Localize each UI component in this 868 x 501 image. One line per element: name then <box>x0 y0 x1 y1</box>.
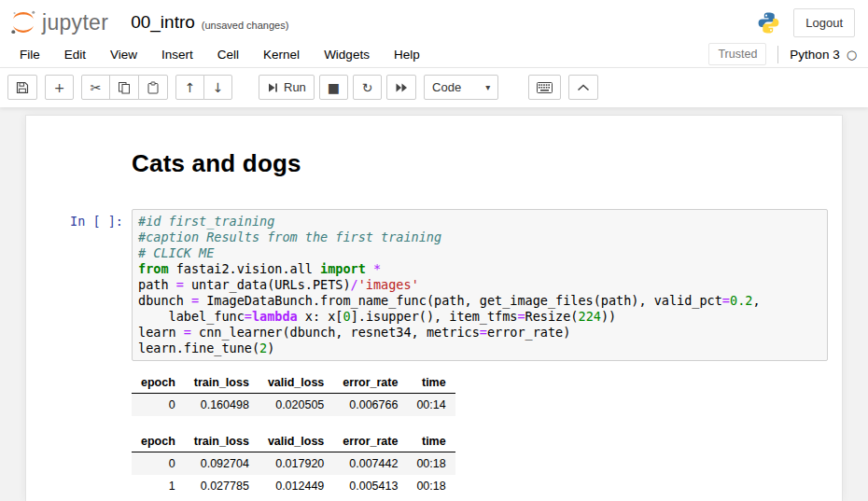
output-table: epochtrain_lossvalid_losserror_ratetime0… <box>132 431 455 497</box>
move-cell-down-button[interactable]: ↓ <box>203 75 232 100</box>
cell-value: 1 <box>132 475 185 497</box>
plus-icon: + <box>54 81 65 94</box>
markdown-heading: Cats and dogs <box>132 149 828 178</box>
col-header: time <box>407 431 455 452</box>
col-header: train_loss <box>185 372 259 394</box>
cell-outputs: epochtrain_lossvalid_losserror_ratetime0… <box>132 361 828 497</box>
col-header: valid_loss <box>259 372 333 394</box>
col-header: error_rate <box>333 372 407 394</box>
copy-icon <box>118 81 131 94</box>
jupyter-logo-icon <box>9 8 37 36</box>
markdown-prompt <box>40 149 132 178</box>
col-header: valid_loss <box>259 431 333 452</box>
menu-view[interactable]: View <box>98 41 149 67</box>
col-header: train_loss <box>185 431 259 452</box>
arrow-up-icon: ↑ <box>185 81 196 94</box>
header: jupyter 00_intro (unsaved changes) Logou… <box>0 0 868 41</box>
paste-cell-button[interactable] <box>138 75 168 100</box>
restart-kernel-button[interactable]: ↻ <box>353 75 382 100</box>
notebook-title[interactable]: 00_intro <box>131 12 195 33</box>
command-palette-button[interactable] <box>528 75 561 100</box>
cell-value: 0.017920 <box>259 452 333 476</box>
kernel-indicator: Python 3 ○ <box>777 46 861 63</box>
cell-value: 0.006766 <box>333 394 407 417</box>
logout-button[interactable]: Logout <box>793 8 855 37</box>
menubar-right: Trusted Python 3 ○ <box>708 43 861 65</box>
col-header: epoch <box>132 372 185 394</box>
fast-forward-icon <box>395 82 408 93</box>
code-cell[interactable]: In [ ]: #id first_training#caption Resul… <box>40 209 828 361</box>
code-line: #caption Results from the first training <box>138 230 821 245</box>
notebook-container: Cats and dogs In [ ]: #id first_training… <box>25 115 843 501</box>
cell-value: 0.005413 <box>333 475 407 497</box>
code-line: label_func=lambda x: x[0].isupper(), ite… <box>138 309 821 325</box>
restart-icon: ↻ <box>362 81 373 94</box>
cell-value: 0.020505 <box>259 394 333 417</box>
cell-type-value: Code <box>432 80 461 94</box>
jupyter-logo[interactable]: jupyter <box>9 8 108 36</box>
cell-value: 0 <box>132 394 185 417</box>
menu-cell[interactable]: Cell <box>205 41 251 67</box>
output-table: epochtrain_lossvalid_losserror_ratetime0… <box>132 372 455 416</box>
menu-insert[interactable]: Insert <box>149 41 205 67</box>
cell-type-select[interactable]: Code ▾ <box>424 75 498 100</box>
paste-icon <box>147 81 160 94</box>
move-button-group: ↑ ↓ <box>175 75 232 100</box>
col-header: epoch <box>132 431 185 452</box>
menu-kernel[interactable]: Kernel <box>251 41 312 67</box>
menu-items: FileEditViewInsertCellKernelWidgetsHelp <box>7 41 432 67</box>
code-line: # CLICK ME <box>138 245 821 261</box>
site: Cats and dogs In [ ]: #id first_training… <box>0 107 868 501</box>
copy-cell-button[interactable] <box>109 75 139 100</box>
interrupt-kernel-button[interactable]: ■ <box>319 75 348 100</box>
toolbar: + ✂ ↑ ↓ <box>0 68 868 107</box>
trusted-badge[interactable]: Trusted <box>708 43 766 65</box>
cell-value: 0.160498 <box>185 394 259 417</box>
code-line: learn.fine_tune(2) <box>138 341 821 356</box>
menu-widgets[interactable]: Widgets <box>312 41 382 67</box>
insert-cell-below-button[interactable]: + <box>45 75 74 100</box>
stop-icon: ■ <box>328 81 340 94</box>
checkpoint-status: (unsaved changes) <box>202 20 289 31</box>
code-line: from fastai2.vision.all import * <box>138 261 821 277</box>
cell-value: 00:14 <box>407 394 455 417</box>
run-button-label: Run <box>284 81 306 93</box>
code-line: dbunch = ImageDataBunch.from_name_func(p… <box>138 293 821 309</box>
save-button[interactable] <box>7 75 37 100</box>
keyboard-icon <box>537 82 553 93</box>
menu-edit[interactable]: Edit <box>52 41 98 67</box>
cell-value: 0.007442 <box>333 452 407 476</box>
restart-run-all-button[interactable] <box>386 75 416 100</box>
kernel-name: Python 3 <box>790 48 839 62</box>
code-line: path = untar_data(URLs.PETS)/'images' <box>138 277 821 293</box>
code-line: learn = cnn_learner(dbunch, resnet34, me… <box>138 325 821 341</box>
app-wordmark: jupyter <box>42 10 108 35</box>
python-logo-icon <box>757 11 780 35</box>
table-row: 00.0927040.0179200.00744200:18 <box>132 452 455 476</box>
clipboard-button-group: ✂ <box>81 75 168 100</box>
scissors-icon: ✂ <box>91 81 102 94</box>
cell-value: 00:18 <box>407 452 455 476</box>
markdown-rendered: Cats and dogs <box>132 149 828 178</box>
menu-help[interactable]: Help <box>382 41 432 67</box>
move-cell-up-button[interactable]: ↑ <box>175 75 204 100</box>
cell-value: 0.092704 <box>185 452 259 476</box>
menubar: FileEditViewInsertCellKernelWidgetsHelp … <box>0 41 868 68</box>
input-prompt: In [ ]: <box>40 209 132 361</box>
run-icon <box>267 82 278 93</box>
run-button[interactable]: Run <box>259 75 315 100</box>
chevron-up-icon <box>577 84 590 91</box>
cell-value: 00:18 <box>407 475 455 497</box>
cut-cell-button[interactable]: ✂ <box>81 75 110 100</box>
collapse-toolbar-button[interactable] <box>568 75 598 100</box>
caret-down-icon: ▾ <box>485 82 490 92</box>
menu-file[interactable]: File <box>7 41 52 67</box>
run-button-group: Run ■ ↻ <box>259 75 416 100</box>
kernel-idle-icon: ○ <box>847 48 857 62</box>
cell-value: 0.027785 <box>185 475 259 497</box>
arrow-down-icon: ↓ <box>213 81 224 94</box>
save-icon <box>16 81 29 94</box>
code-editor[interactable]: #id first_training#caption Results from … <box>132 209 828 361</box>
markdown-cell[interactable]: Cats and dogs <box>40 149 828 178</box>
code-line: #id first_training <box>138 214 821 230</box>
